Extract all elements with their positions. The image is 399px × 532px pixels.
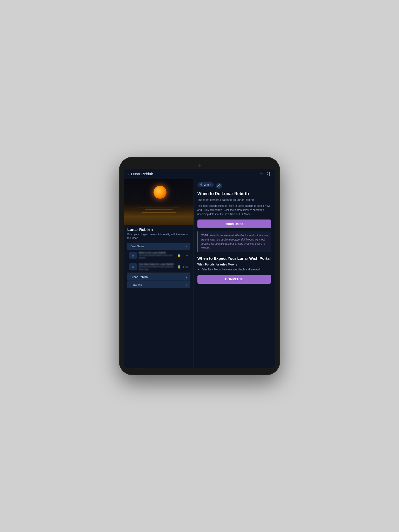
note-text: NOTE: New Moons are most effective for s… (201, 234, 269, 250)
ref-line-1 (138, 208, 179, 208)
wish-portal-title: Wish Portals for Aries Moons (197, 263, 271, 266)
lock-icon-2: 🔒 (177, 265, 181, 269)
moon-graphic (154, 186, 167, 199)
chevron-up-icon: ∧ (185, 245, 187, 248)
content-area: Lunar Rebirth Bring your biggest dreams … (124, 179, 275, 368)
item-info-1: When to Do Lunar Rebirth The most powerf… (139, 251, 175, 260)
ref-line-5 (131, 214, 187, 214)
accordion-best-dates-content: ▣ When to Do Lunar Rebirth The most powe… (127, 250, 190, 273)
reflection-lines (124, 207, 194, 225)
item-thumbnail-1: ▣ (129, 252, 137, 259)
accordion-best-dates: Best Dates ∧ ▣ When to Do Lunar Rebirth … (127, 243, 190, 273)
accordion-read-me-label: Read Me (130, 283, 142, 286)
link-badge-icon: 🔗 (217, 184, 221, 188)
tablet-screen: ‹ Lunar Rebirth ☆ ⛓ (124, 169, 275, 368)
header-icons: ☆ ⛓ (260, 171, 271, 176)
list-item[interactable]: ▣ When to Do Lunar Rebirth The most powe… (127, 250, 190, 261)
note-block: NOTE: New Moons are most effective for s… (197, 231, 271, 252)
hero-image (124, 179, 194, 225)
ref-line-4 (142, 212, 176, 213)
item-duration-2: 3 min (183, 266, 188, 268)
item-duration-1: 3 min (183, 254, 188, 257)
badges-row: ⏱ 2 min 🔗 (197, 182, 271, 189)
list-item-2[interactable]: ▣ Your Best Dates for Lunar Rebirth Disc… (127, 261, 190, 273)
accordion-read-me: Read Me ∨ (127, 281, 190, 288)
app-subtitle: Bring your biggest dreams into reality w… (127, 233, 190, 240)
accordion-read-me-header[interactable]: Read Me ∨ (127, 281, 190, 288)
wish-list: Aries New Moon: between late March and l… (197, 268, 271, 272)
lock-icon-1: 🔒 (177, 254, 181, 257)
header-left[interactable]: ‹ Lunar Rebirth (128, 172, 153, 176)
section2-title: When to Expect Your Lunar Wish Portal (197, 256, 271, 261)
accordion-best-dates-label: Best Dates (130, 245, 144, 248)
item-sub-1: The most powerful dates to do Lunar Rebi… (139, 254, 175, 260)
time-badge: ⏱ 2 min (197, 182, 214, 187)
app-title: Lunar Rebirth (127, 227, 190, 232)
main-section-subtitle: The most powerful dates to do Lunar Rebi… (197, 198, 271, 201)
item-thumbnail-2: ▣ (129, 263, 137, 270)
ref-line-3 (135, 211, 183, 211)
star-icon[interactable]: ☆ (260, 171, 263, 176)
main-section-title: When to Do Lunar Rebirth (197, 191, 271, 197)
left-panel: Lunar Rebirth Bring your biggest dreams … (124, 179, 194, 368)
complete-button[interactable]: COMPLETE (197, 275, 271, 284)
clock-icon: ⏱ (200, 183, 203, 186)
accordion-lunar-rebirth-label: Lunar Rebirth (130, 275, 148, 278)
left-content: Lunar Rebirth Bring your biggest dreams … (124, 225, 194, 368)
chevron-down-icon-1: ∨ (185, 275, 187, 278)
right-panel: ⏱ 2 min 🔗 When to Do Lunar Rebirth The m… (194, 179, 275, 368)
back-arrow-icon[interactable]: ‹ (128, 172, 130, 176)
time-badge-text: 2 min (204, 183, 211, 186)
item-title-1: When to Do Lunar Rebirth (139, 251, 175, 254)
header-title: Lunar Rebirth (131, 172, 153, 176)
ref-line-2 (145, 209, 173, 210)
item-sub-2: Discover the portals for your personal M… (139, 265, 175, 271)
chevron-down-icon-2: ∨ (185, 283, 187, 286)
item-title-2: Your Best Dates for Lunar Rebirth (139, 263, 175, 265)
link-icon[interactable]: ⛓ (267, 172, 271, 176)
main-section-body: The most powerful time to listen to Luna… (197, 204, 271, 216)
link-badge[interactable]: 🔗 (216, 183, 222, 189)
header: ‹ Lunar Rebirth ☆ ⛓ (124, 169, 275, 179)
accordion-best-dates-header[interactable]: Best Dates ∧ (127, 243, 190, 250)
accordion-lunar-rebirth: Lunar Rebirth ∨ (127, 273, 190, 281)
tablet-frame: ‹ Lunar Rebirth ☆ ⛓ (119, 157, 280, 375)
item-info-2: Your Best Dates for Lunar Rebirth Discov… (139, 263, 175, 271)
wish-list-item-1: Aries New Moon: between late March and l… (202, 268, 271, 272)
moon-dates-button[interactable]: Moon Dates (197, 220, 271, 228)
accordion-lunar-rebirth-header[interactable]: Lunar Rebirth ∨ (127, 273, 190, 281)
camera-dot (198, 164, 201, 167)
